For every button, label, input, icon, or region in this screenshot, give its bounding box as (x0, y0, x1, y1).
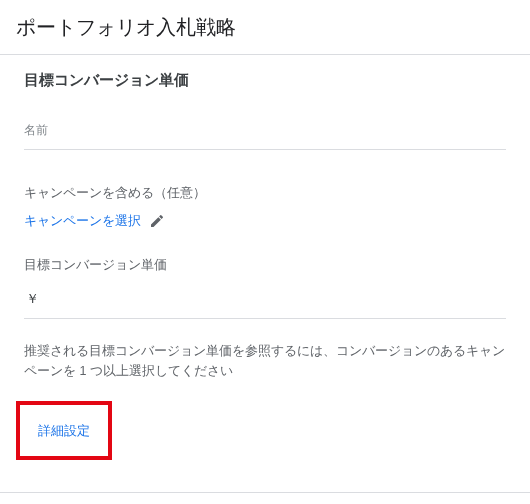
form-section: 目標コンバージョン単価 名前 キャンペーンを含める（任意） キャンペーンを選択 … (0, 55, 530, 492)
advanced-settings-link[interactable]: 詳細設定 (38, 423, 90, 438)
target-cpa-label: 目標コンバージョン単価 (24, 256, 506, 274)
advanced-settings-highlight: 詳細設定 (16, 401, 112, 460)
select-campaign-row: キャンペーンを選択 (24, 212, 506, 230)
page-header: ポートフォリオ入札戦略 (0, 0, 530, 55)
include-campaign-label: キャンペーンを含める（任意） (24, 184, 506, 202)
pencil-icon[interactable] (149, 213, 165, 229)
select-campaign-link[interactable]: キャンペーンを選択 (24, 212, 141, 230)
currency-symbol: ￥ (26, 291, 39, 306)
name-field-label: 名前 (24, 122, 506, 139)
footer-actions: 保存 キャンセル (0, 492, 530, 504)
page-title: ポートフォリオ入札戦略 (16, 14, 514, 41)
name-input[interactable] (24, 143, 506, 150)
target-cpa-input[interactable]: ￥ (24, 284, 506, 319)
helper-text: 推奨される目標コンバージョン単価を参照するには、コンバージョンのあるキャンペーン… (24, 341, 506, 381)
section-title: 目標コンバージョン単価 (24, 71, 506, 90)
